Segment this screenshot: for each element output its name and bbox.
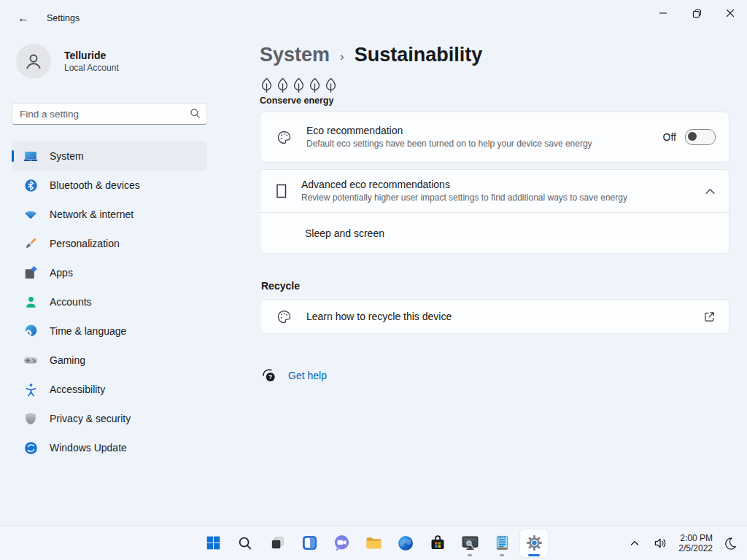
sidebar-item-label: Apps (50, 267, 73, 279)
store-icon (429, 534, 446, 552)
gaming-icon (23, 353, 38, 368)
sidebar-item-label: Accessibility (50, 384, 105, 395)
edge-icon (397, 534, 414, 552)
notepad-icon (494, 534, 511, 551)
advanced-eco-title: Advanced eco recommendations (301, 179, 690, 190)
account-row[interactable]: Telluride Local Account (16, 44, 207, 79)
windows-start-icon (205, 534, 222, 551)
sidebar-item-time-language[interactable]: Time & language (12, 316, 207, 346)
sidebar-item-label: Time & language (50, 325, 126, 337)
search-icon (190, 108, 201, 119)
task-view-button[interactable] (263, 529, 292, 558)
store-button[interactable] (423, 529, 452, 558)
sidebar-item-windows-update[interactable]: Windows Update (12, 433, 207, 462)
leaf-icon (260, 77, 274, 93)
chat-icon (333, 534, 351, 552)
app-title: Settings (47, 13, 80, 23)
sidebar-nav: System Bluetooth & devices Network & int… (12, 141, 207, 462)
accessibility-icon (23, 382, 38, 397)
monitor-app-button[interactable] (455, 529, 484, 558)
tray-time: 2:00 PM (678, 533, 713, 543)
sidebar-item-label: Bluetooth & devices (50, 179, 140, 191)
breadcrumb-parent[interactable]: System (260, 44, 330, 66)
search-box (12, 103, 207, 125)
back-button[interactable]: ← (12, 7, 35, 30)
external-link-icon (703, 311, 716, 323)
page-title: Sustainability (355, 44, 483, 66)
conserve-energy-label: Conserve energy (260, 96, 729, 106)
get-help-icon: ? (261, 368, 276, 383)
minimize-button[interactable] (646, 0, 680, 26)
tray-chevron-button[interactable] (627, 537, 643, 550)
taskbar-search-button[interactable] (231, 529, 260, 558)
advanced-eco-description: Review potentially higher user impact se… (301, 192, 690, 203)
close-icon (726, 9, 735, 18)
sidebar-item-label: Privacy & security (50, 413, 131, 424)
sidebar-item-personalization[interactable]: Personalization (12, 229, 207, 258)
sidebar-item-label: System (50, 150, 84, 162)
get-help-link[interactable]: Get help (288, 370, 327, 381)
sidebar-item-label: Network & internet (50, 209, 133, 220)
file-explorer-button[interactable] (359, 529, 388, 558)
restore-icon (692, 9, 702, 18)
moon-icon (724, 537, 737, 550)
person-icon (23, 51, 44, 71)
eco-recommendation-card: Eco recommendation Default eco settings … (260, 112, 729, 163)
sidebar-item-gaming[interactable]: Gaming (12, 346, 207, 375)
sidebar: Telluride Local Account System (12, 36, 207, 462)
leaf-icon (292, 77, 306, 93)
recycle-section-header: Recycle (261, 280, 729, 292)
time-language-icon (23, 324, 38, 338)
start-button[interactable] (198, 529, 228, 558)
sidebar-item-accessibility[interactable]: Accessibility (12, 375, 207, 404)
window-controls (646, 0, 747, 26)
settings-app-button[interactable] (519, 529, 549, 558)
eco-recommendation-toggle[interactable] (685, 129, 716, 145)
edge-button[interactable] (391, 529, 420, 558)
clock[interactable]: 2:00 PM 2/5/2022 (678, 533, 713, 553)
eco-recommendation-title: Eco recommendation (306, 125, 649, 136)
night-mode-button[interactable] (721, 534, 740, 553)
close-button[interactable] (713, 0, 747, 26)
advanced-eco-header[interactable]: Advanced eco recommendations Review pote… (260, 170, 729, 212)
recycle-link-card[interactable]: Learn how to recycle this device (260, 299, 729, 334)
leaf-icon (308, 77, 322, 93)
bluetooth-icon (23, 178, 38, 192)
advanced-eco-card: Advanced eco recommendations Review pote… (260, 169, 729, 254)
sidebar-item-accounts[interactable]: Accounts (12, 287, 207, 316)
chevron-up-icon (630, 540, 640, 547)
search-input[interactable] (12, 103, 207, 125)
avatar (16, 44, 51, 79)
restore-button[interactable] (680, 0, 713, 26)
sidebar-item-label: Accounts (50, 296, 92, 308)
account-type: Local Account (64, 63, 119, 73)
chat-button[interactable] (327, 529, 356, 558)
sidebar-item-system[interactable]: System (12, 141, 207, 171)
windows-update-icon (23, 440, 38, 455)
main-content: System › Sustainability Conserve energy … (260, 36, 729, 383)
apps-icon (23, 265, 38, 280)
sidebar-item-network-internet[interactable]: Network & internet (12, 200, 207, 229)
sidebar-item-label: Gaming (50, 354, 85, 366)
network-icon (23, 207, 38, 222)
notepad-button[interactable] (487, 529, 516, 558)
titlebar: ← Settings (0, 0, 747, 36)
widgets-button[interactable] (295, 529, 324, 558)
conserve-energy-leaves (260, 77, 729, 93)
privacy-shield-icon (23, 411, 38, 426)
sleep-and-screen-item[interactable]: Sleep and screen (260, 212, 729, 253)
task-view-icon (269, 534, 286, 551)
sidebar-item-privacy-security[interactable]: Privacy & security (12, 404, 207, 433)
personalization-icon (23, 236, 38, 251)
system-tray: 2:00 PM 2/5/2022 (627, 526, 740, 560)
monitor-app-icon (461, 534, 479, 552)
sidebar-item-label: Windows Update (50, 442, 127, 454)
recycle-device-icon (276, 309, 292, 324)
breadcrumb-separator-icon: › (340, 50, 344, 64)
leaf-icon (324, 77, 338, 93)
sidebar-item-apps[interactable]: Apps (12, 258, 207, 287)
account-name: Telluride (64, 50, 119, 61)
sidebar-item-bluetooth-devices[interactable]: Bluetooth & devices (12, 171, 207, 200)
minimize-icon (659, 9, 667, 18)
volume-button[interactable] (651, 534, 670, 552)
